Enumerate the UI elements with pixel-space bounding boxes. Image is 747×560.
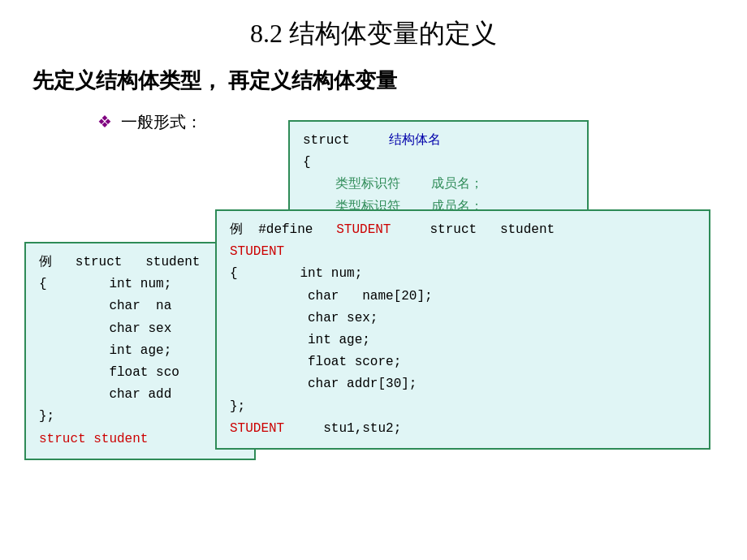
main-line9: }; bbox=[230, 396, 696, 418]
main-line10: STUDENT stu1,stu2; bbox=[230, 418, 696, 440]
diamond-bullet: ❖ bbox=[97, 113, 112, 131]
left-line2: { int num; bbox=[39, 274, 241, 295]
main-line5: char sex; bbox=[230, 308, 696, 330]
main-title: 8.2 结构体变量的定义 bbox=[32, 16, 715, 52]
left-line8: }; bbox=[39, 406, 241, 428]
left-line9: struct student bbox=[39, 429, 241, 450]
left-line7: char add bbox=[39, 384, 241, 406]
main-line8: char addr[30]; bbox=[230, 373, 696, 395]
left-line5: int age; bbox=[39, 340, 241, 362]
main-line1: 例 #define STUDENT struct student bbox=[230, 219, 696, 241]
main-line2: STUDENT bbox=[230, 241, 696, 263]
left-line6: float sco bbox=[39, 362, 241, 384]
main-code-box: 例 #define STUDENT struct student STUDENT… bbox=[215, 209, 710, 450]
general-form-text: 一般形式： bbox=[121, 113, 202, 131]
top-line2: { bbox=[303, 152, 574, 174]
left-line1: 例 struct student bbox=[39, 252, 241, 274]
page: 8.2 结构体变量的定义 先定义结构体类型， 再定义结构体变量 ❖ 一般形式： … bbox=[0, 0, 747, 560]
main-line7: float score; bbox=[230, 351, 696, 373]
left-line4: char sex bbox=[39, 318, 241, 340]
top-line3: 类型标识符 成员名； bbox=[303, 174, 574, 196]
top-line1: struct 结构体名 bbox=[303, 130, 574, 152]
main-line6: int age; bbox=[230, 330, 696, 351]
main-line3: { int num; bbox=[230, 263, 696, 285]
subtitle: 先定义结构体类型， 再定义结构体变量 bbox=[32, 67, 715, 95]
left-line3: char na bbox=[39, 295, 241, 317]
general-form-label: ❖ 一般形式： bbox=[97, 111, 202, 133]
main-line4: char name[20]; bbox=[230, 286, 696, 308]
